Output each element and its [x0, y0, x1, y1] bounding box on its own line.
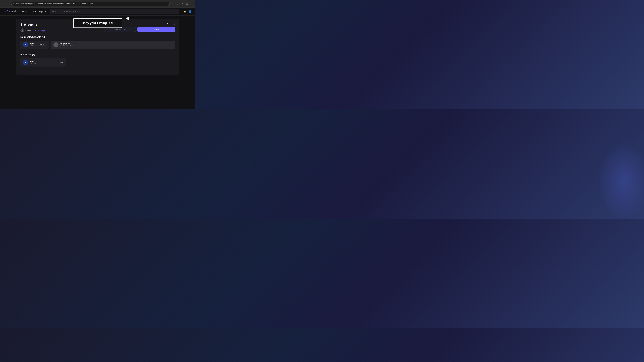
owner-address[interactable]: addr..kmhgg	[35, 29, 45, 31]
nav-explore[interactable]: Explore	[39, 10, 46, 12]
address-bar[interactable]: 🔒 beta.crashr.io/listing/93093379a9e5195…	[11, 1, 170, 6]
ada-info-2: ADA Cardano	[30, 60, 36, 64]
requested-assets-row: ₳ ADA Cardano 2.021390	[20, 41, 175, 49]
trade-ada-card: ₳ ADA Cardano 11.000000	[20, 58, 66, 66]
wtd-name-row: WTD #0409	[60, 43, 76, 45]
svg-point-0	[22, 29, 23, 30]
menu-button[interactable]: ⋮	[190, 2, 194, 6]
logo-text: crashr	[10, 10, 18, 13]
browser-chrome: ← ↻ 🔒 beta.crashr.io/listing/93093379a9e…	[0, 0, 195, 7]
url-text: beta.crashr.io/listing/93093379a9e51953a…	[16, 3, 94, 5]
tooltip-box[interactable]: Copy your Listing URL	[73, 18, 122, 28]
requested-section-title: Requested Assets (2)	[20, 36, 175, 38]
profile-button[interactable]: ◉	[185, 2, 189, 6]
tooltip-overlay: Copy your Listing URL	[73, 15, 122, 28]
svg-text:₳: ₳	[25, 61, 26, 63]
for-trade-section: For Trade (1) ₳ ADA Cardano	[20, 53, 175, 66]
wtd-icon: 🦆	[54, 42, 58, 47]
ada-name-1: ADA	[30, 43, 36, 45]
svg-text:🦆: 🦆	[55, 44, 57, 46]
tag-icon: 🏷️	[166, 22, 169, 25]
app-container: crashr Home Trade Explore Search for a T…	[0, 7, 195, 109]
ada-amount-2: 11.000000	[54, 61, 63, 63]
owner-avatar	[20, 28, 24, 32]
lock-icon: 🔒	[13, 3, 15, 4]
nav-right: 🔔 👤	[184, 10, 192, 13]
ada-icon-2: ₳	[23, 60, 28, 65]
requested-section: Requested Assets (2) ₳ ADA Cardano	[20, 36, 175, 49]
navbar: crashr Home Trade Explore Search for a T…	[0, 7, 195, 15]
ada-info-1: ADA Cardano	[30, 43, 36, 47]
owner-label: Owned by	[26, 29, 34, 31]
listing-tag: 🏷️ Listing	[166, 22, 175, 25]
refresh-button[interactable]: ↻	[6, 2, 10, 6]
requested-ada-card: ₳ ADA Cardano 2.021390	[20, 41, 48, 49]
for-trade-section-title: For Trade (1)	[20, 53, 175, 56]
wtd-name: WTD #0409	[60, 43, 70, 45]
wtd-sub: WHAT THE DUCK 🦆	[60, 45, 76, 47]
nav-home[interactable]: Home	[22, 10, 27, 12]
svg-text:₳: ₳	[25, 44, 26, 46]
search-placeholder: Search for a Token, NFT, Collection	[52, 10, 82, 12]
star-button[interactable]: ☆	[171, 2, 174, 6]
back-button[interactable]: ←	[2, 2, 5, 6]
ada-sub-2: Cardano	[30, 62, 36, 64]
ada-sub-1: Cardano	[30, 45, 36, 47]
bell-button[interactable]: 🔔	[184, 10, 186, 13]
listing-title: 1 Assets	[20, 22, 45, 27]
nav-links: Home Trade Explore	[22, 10, 46, 12]
user-button[interactable]: 👤	[189, 10, 192, 13]
ada-name-2: ADA	[30, 60, 36, 62]
ada-amount-1: 2.021390	[38, 44, 46, 46]
extensions-button[interactable]: ⊡	[176, 2, 179, 6]
tooltip-text: Copy your Listing URL	[82, 21, 114, 25]
download-button[interactable]: ⬇	[180, 2, 184, 6]
browser-actions: ☆ ⊡ ⬇ ◉ ⋮	[171, 2, 194, 6]
search-bar[interactable]: Search for a Token, NFT, Collection	[50, 9, 179, 14]
listing-tag-label: Listing	[170, 22, 175, 25]
nav-trade[interactable]: Trade	[30, 10, 36, 12]
logo-icon	[4, 9, 8, 13]
logo[interactable]: crashr	[4, 9, 18, 13]
listing-title-section: 1 Assets Owned by addr..kmhgg	[20, 22, 45, 32]
wtd-info: WTD #0409 WHAT THE DUCK 🦆	[60, 43, 76, 47]
trade-assets-row: ₳ ADA Cardano 11.000000	[20, 58, 175, 66]
owner-row: Owned by addr..kmhgg	[20, 28, 45, 32]
cancel-button[interactable]: Cancel	[138, 27, 175, 32]
ada-icon-1: ₳	[23, 42, 28, 47]
wtd-card: 🦆 WTD #0409 WHAT THE DUCK 🦆	[51, 41, 175, 49]
